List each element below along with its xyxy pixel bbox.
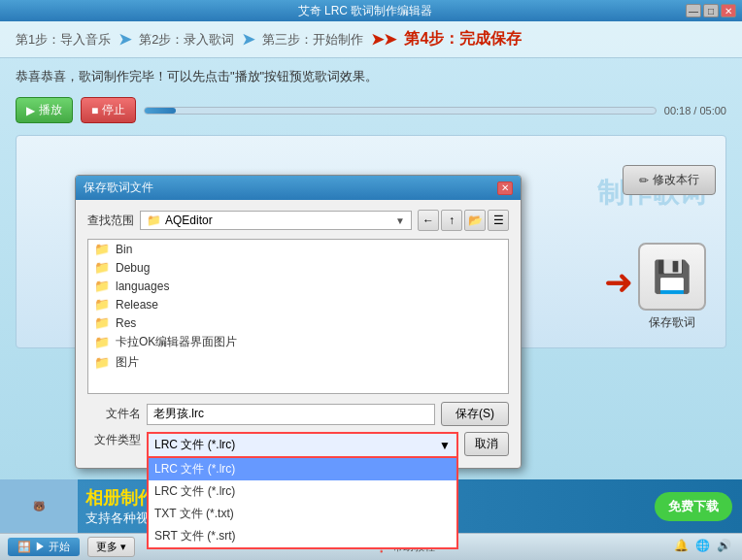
- file-name: Debug: [116, 261, 150, 275]
- filename-label: 文件名: [87, 406, 141, 422]
- save-button[interactable]: 保存(S): [441, 402, 509, 426]
- filetype-option[interactable]: LRC 文件 (*.lrc): [149, 480, 456, 503]
- steps-bar: 第1步：导入音乐 ➤ 第2步：录入歌词 ➤ 第三步：开始制作 ➤➤ 第4步：完成…: [0, 21, 742, 58]
- filetype-combo[interactable]: LRC 文件 (*.lrc) ▼ LRC 文件 (*.lrc) LRC 文件 (…: [147, 432, 458, 458]
- filetype-selected[interactable]: LRC 文件 (*.lrc) ▼: [149, 434, 456, 456]
- play-button[interactable]: ▶ 播放: [16, 97, 73, 123]
- content-area: 恭喜恭喜，歌词制作完毕！可以先点击"播放"按钮预览歌词效果。 ▶ 播放 ■ 停止…: [0, 58, 742, 358]
- location-value: AQEditor: [165, 214, 391, 227]
- cancel-button[interactable]: 取消: [464, 432, 509, 456]
- edit-icon: ✏: [639, 174, 649, 187]
- filename-row: 文件名 保存(S): [87, 402, 509, 426]
- ad-img-placeholder: 🐻: [33, 501, 45, 511]
- modify-line-button[interactable]: ✏ 修改本行: [623, 165, 716, 195]
- list-item[interactable]: 📁 Res: [88, 313, 508, 332]
- location-row: 查找范围 📁 AQEditor ▼ ← ↑ 📂 ☰: [87, 210, 509, 231]
- new-folder-button[interactable]: 📂: [464, 210, 486, 231]
- folder-icon: 📁: [94, 297, 110, 312]
- file-name: Bin: [116, 243, 132, 256]
- save-lyrics-button[interactable]: 💾: [638, 243, 706, 311]
- list-item[interactable]: 📁 卡拉OK编辑器界面图片: [88, 332, 508, 352]
- arrow-2: ➤: [242, 30, 254, 49]
- step-3: 第三步：开始制作: [262, 31, 363, 49]
- windows-icon: 🪟: [17, 541, 31, 553]
- filetype-option[interactable]: SRT 文件 (*.srt): [149, 525, 456, 547]
- save-lyrics-area: 💾 保存歌词: [638, 243, 706, 331]
- ad-image: 🐻: [0, 479, 78, 533]
- close-button[interactable]: ✕: [721, 4, 736, 17]
- folder-icon: 📁: [147, 214, 161, 227]
- stop-button[interactable]: ■ 停止: [81, 97, 136, 123]
- stop-icon: ■: [91, 104, 98, 117]
- filetype-value: LRC 文件 (*.lrc): [154, 437, 235, 453]
- filetype-option[interactable]: LRC 文件 (*.lrc): [149, 458, 456, 480]
- combo-arrow-icon: ▼: [395, 215, 405, 226]
- list-item[interactable]: 📁 Bin: [88, 240, 508, 258]
- stop-label: 停止: [102, 102, 125, 118]
- arrow-3: ➤➤: [371, 30, 396, 49]
- modify-label: 修改本行: [653, 172, 699, 188]
- maximize-button[interactable]: □: [703, 4, 719, 17]
- file-name: Release: [116, 298, 158, 312]
- save-lyrics-label: 保存歌词: [649, 314, 695, 331]
- more-button[interactable]: 更多 ▾: [87, 537, 135, 557]
- time-display: 00:18 / 05:00: [664, 105, 726, 116]
- location-combo[interactable]: 📁 AQEditor ▼: [140, 211, 412, 230]
- title-bar: 艾奇 LRC 歌词制作编辑器 — □ ✕: [0, 0, 742, 21]
- back-button[interactable]: ←: [418, 210, 439, 231]
- dialog-close-button[interactable]: ✕: [497, 181, 513, 195]
- filetype-label: 文件类型: [87, 432, 141, 448]
- arrow-1: ➤: [118, 30, 131, 49]
- start-button[interactable]: 🪟 ▶ 开始: [8, 538, 80, 556]
- minimize-button[interactable]: —: [686, 4, 701, 17]
- step-1: 第1步：导入音乐: [16, 31, 111, 49]
- view-button[interactable]: ☰: [488, 210, 509, 231]
- window-controls: — □ ✕: [686, 4, 736, 17]
- save-dialog: 保存歌词文件 ✕ 查找范围 📁 AQEditor ▼ ←: [75, 175, 522, 469]
- folder-icon: 📁: [94, 279, 110, 293]
- up-button[interactable]: ↑: [441, 210, 462, 231]
- tray-icon-1[interactable]: 🔔: [674, 539, 691, 556]
- folder-icon: 📁: [94, 315, 110, 330]
- right-panel: ✏ 修改本行: [623, 165, 716, 195]
- file-name: languages: [116, 280, 169, 293]
- list-item[interactable]: 📁 Release: [88, 295, 508, 313]
- filename-input[interactable]: [147, 404, 435, 425]
- file-name: 卡拉OK编辑器界面图片: [116, 334, 237, 350]
- progress-track[interactable]: [144, 107, 657, 115]
- play-label: 播放: [39, 102, 62, 118]
- file-name: Res: [116, 316, 136, 330]
- location-label: 查找范围: [87, 213, 134, 229]
- app-title: 艾奇 LRC 歌词制作编辑器: [45, 3, 686, 19]
- list-item[interactable]: 📁 Debug: [88, 258, 508, 277]
- system-tray: 🔔 🌐 🔊: [674, 539, 734, 556]
- list-item[interactable]: 📁 languages: [88, 277, 508, 295]
- save-icon: 💾: [653, 258, 691, 295]
- main-panel: 制作歌词 ✏ 修改本行 ➜ 💾 保存歌词 保存歌: [16, 135, 726, 348]
- step-2: 第2步：录入歌词: [139, 31, 234, 49]
- dialog-body: 查找范围 📁 AQEditor ▼ ← ↑ 📂 ☰: [76, 200, 521, 468]
- filetype-row: 文件类型 LRC 文件 (*.lrc) ▼ LRC 文件 (*.lrc) LRC…: [87, 432, 509, 458]
- folder-icon: 📁: [94, 335, 110, 349]
- start-label: ▶ 开始: [35, 540, 70, 554]
- app-body: 第1步：导入音乐 ➤ 第2步：录入歌词 ➤ 第三步：开始制作 ➤➤ 第4步：完成…: [0, 21, 742, 560]
- progress-fill: [145, 108, 176, 114]
- ad-download-button[interactable]: 免费下载: [655, 492, 732, 521]
- dialog-title: 保存歌词文件: [84, 180, 153, 196]
- list-item[interactable]: 📁 图片: [88, 352, 508, 373]
- dropdown-arrow-icon: ▼: [439, 439, 451, 452]
- dialog-toolbar: ← ↑ 📂 ☰: [418, 210, 509, 231]
- folder-icon: 📁: [94, 260, 110, 275]
- audio-bar: ▶ 播放 ■ 停止 00:18 / 05:00: [16, 97, 726, 123]
- red-arrow: ➜: [604, 262, 633, 303]
- file-list[interactable]: 📁 Bin 📁 Debug 📁 languages 📁: [87, 239, 509, 394]
- folder-icon: 📁: [94, 355, 110, 370]
- tray-icon-2[interactable]: 🌐: [695, 539, 713, 556]
- folder-icon: 📁: [94, 242, 110, 256]
- tray-icon-3[interactable]: 🔊: [717, 539, 734, 556]
- filetype-dropdown: LRC 文件 (*.lrc) LRC 文件 (*.lrc) TXT 文件 (*.…: [147, 456, 458, 549]
- filetype-option[interactable]: TXT 文件 (*.txt): [149, 503, 456, 525]
- file-name: 图片: [116, 354, 139, 371]
- play-icon: ▶: [26, 104, 35, 117]
- step-4: 第4步：完成保存: [404, 29, 522, 49]
